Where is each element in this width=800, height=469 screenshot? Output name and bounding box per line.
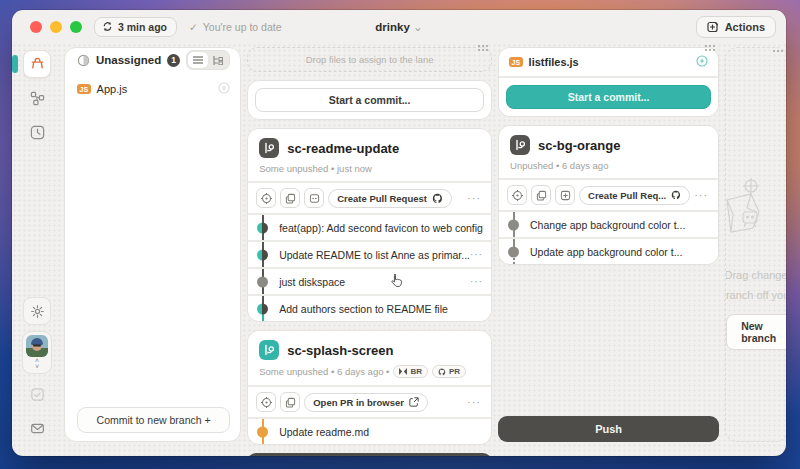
workspace-butler-icon: [30, 57, 45, 72]
review-icon-button[interactable]: [304, 188, 324, 208]
commit-to-new-branch-button[interactable]: Commit to new branch +: [77, 407, 230, 433]
br-badge[interactable]: BR: [393, 365, 428, 378]
branch-header[interactable]: sc-bg-orange Unpushed • 6 days ago: [499, 126, 718, 178]
branch-meta: Some unpushed • 6 days ago • BR PR: [259, 365, 480, 378]
branch-overflow-menu[interactable]: ···: [694, 189, 710, 201]
left-rail: ˄˅: [16, 47, 58, 442]
target-icon-button[interactable]: [256, 188, 276, 208]
force-push-button[interactable]: Force push: [247, 453, 492, 456]
tree-icon: [213, 56, 223, 65]
js-file-badge: JS: [509, 57, 523, 67]
lane1-start-commit-card: Start a commit...: [247, 80, 492, 120]
commit-row[interactable]: Update README to list Anne as primar... …: [248, 242, 491, 267]
avatar: [26, 335, 48, 357]
unassigned-count-badge: 1: [167, 54, 180, 67]
lane3-content: Drag changes branch off your New branch: [726, 48, 786, 441]
branch-card-sc-splash-screen: sc-splash-screen Some unpushed • 6 days …: [247, 330, 492, 445]
commit-dot: [257, 249, 268, 260]
commit-message: just diskspace: [279, 276, 345, 288]
lane1-drag-handle[interactable]: [477, 44, 490, 51]
branch-toolbar: Create Pull Req... ···: [499, 180, 718, 210]
workspace-tab[interactable]: [23, 50, 51, 78]
drag-changes-hint: Drag changes branch off your: [725, 266, 786, 306]
create-pull-request-button[interactable]: Create Pull Request: [328, 189, 452, 208]
copy-branch-icon-button[interactable]: [280, 392, 300, 412]
open-pr-in-browser-button[interactable]: Open PR in browser: [304, 393, 428, 412]
profile-switcher[interactable]: ˄˅: [22, 331, 52, 374]
actions-button[interactable]: Actions: [696, 16, 776, 38]
create-pr-label: Create Pull Request: [337, 193, 427, 204]
commit-dot: [508, 219, 519, 230]
commit-row[interactable]: Update readme.md: [248, 419, 491, 444]
branch-toolbar: Open PR in browser ···: [248, 387, 491, 417]
sync-status: ✓ You're up to date: [189, 21, 282, 33]
commit-row[interactable]: Add authors section to README file: [248, 296, 491, 321]
assign-file-icon[interactable]: [218, 82, 230, 96]
target-icon-button[interactable]: [256, 392, 276, 412]
settings-button[interactable]: [23, 297, 51, 325]
branch-header[interactable]: sc-splash-screen Some unpushed • 6 days …: [248, 331, 491, 385]
branch-meta-text: Some unpushed • 6 days ago •: [259, 366, 389, 377]
list-view-button[interactable]: [188, 52, 208, 68]
target-icon-button[interactable]: [507, 185, 527, 205]
branch-card-sc-readme-update: sc-readme-update Some unpushed • just no…: [247, 128, 492, 322]
copy-branch-icon-button[interactable]: [531, 185, 551, 205]
check-icon: ✓: [189, 21, 198, 33]
branches-tab[interactable]: [23, 84, 51, 112]
content-area: ˄˅ Unassigned 1: [12, 43, 786, 456]
commit-message: Change app background color t...: [530, 219, 685, 231]
push-button[interactable]: Push: [498, 416, 719, 442]
lane1-start-commit-button[interactable]: Start a commit...: [255, 88, 484, 112]
branch-overflow-menu[interactable]: ···: [467, 192, 483, 204]
branch-card-sc-bg-orange: sc-bg-orange Unpushed • 6 days ago: [498, 125, 719, 265]
commit-dot: [508, 246, 519, 257]
lane1-dropzone[interactable]: Drop files to assign to the lane: [247, 47, 492, 72]
commit-message: Update app background color t...: [530, 246, 682, 258]
sync-button[interactable]: 3 min ago: [94, 17, 177, 37]
lane-2: JS listfiles.js Start a commit...: [498, 47, 719, 442]
commit-dot: [257, 426, 268, 437]
branch-header[interactable]: sc-readme-update Some unpushed • just no…: [248, 129, 491, 181]
commit-message: Update README to list Anne as primar...: [279, 249, 470, 261]
zoom-window-button[interactable]: [70, 21, 82, 33]
commit-row[interactable]: just diskspace ···: [248, 269, 491, 294]
gear-icon: [30, 304, 45, 319]
lane2-drag-handle[interactable]: [704, 44, 717, 51]
create-pull-request-button[interactable]: Create Pull Req...: [579, 186, 690, 205]
github-icon: [671, 190, 681, 200]
file-row-appjs[interactable]: JS App.js: [77, 82, 230, 96]
tasks-button[interactable]: [23, 380, 51, 408]
add-dependent-branch-button[interactable]: [555, 185, 575, 205]
file-row-listfilesjs[interactable]: JS listfiles.js: [499, 48, 718, 76]
sync-status-text: You're up to date: [203, 21, 282, 33]
chevron-down-icon: ⌄: [413, 21, 423, 33]
commit-dot: [257, 276, 268, 287]
commit-overflow-menu[interactable]: ···: [470, 249, 483, 260]
branch-name: sc-readme-update: [287, 141, 399, 156]
pr-badge[interactable]: PR: [432, 365, 466, 378]
branch-toolbar: Create Pull Request ···: [248, 183, 491, 213]
new-branch-button[interactable]: New branch: [726, 314, 786, 350]
app-window: 3 min ago ✓ You're up to date drinky ⌄ A…: [12, 10, 786, 456]
commit-row[interactable]: Update app background color t...: [499, 239, 718, 264]
feedback-button[interactable]: [23, 414, 51, 442]
lane-new-branch-placeholder[interactable]: Drag changes branch off your New branch: [725, 47, 786, 442]
branch-overflow-menu[interactable]: ···: [467, 396, 483, 408]
active-tab-indicator: [12, 55, 18, 73]
file-name: listfiles.js: [529, 56, 579, 68]
profile-chevrons-icon: ˄˅: [35, 357, 39, 372]
history-tab[interactable]: [23, 118, 51, 146]
commit-row[interactable]: Change app background color t...: [499, 212, 718, 237]
unassigned-header: Unassigned 1: [77, 50, 230, 70]
copy-branch-icon-button[interactable]: [280, 188, 300, 208]
lane2-start-commit-button[interactable]: Start a commit...: [506, 85, 711, 109]
close-window-button[interactable]: [30, 21, 42, 33]
assign-file-icon[interactable]: [696, 55, 708, 69]
desktop-wallpaper: 3 min ago ✓ You're up to date drinky ⌄ A…: [0, 0, 800, 469]
mail-icon: [30, 421, 45, 436]
tree-view-button[interactable]: [208, 52, 228, 68]
minimize-window-button[interactable]: [50, 21, 62, 33]
open-pr-label: Open PR in browser: [313, 397, 404, 408]
commit-overflow-menu[interactable]: ···: [470, 276, 483, 287]
commit-row[interactable]: feat(app): Add second favicon to web con…: [248, 215, 491, 240]
